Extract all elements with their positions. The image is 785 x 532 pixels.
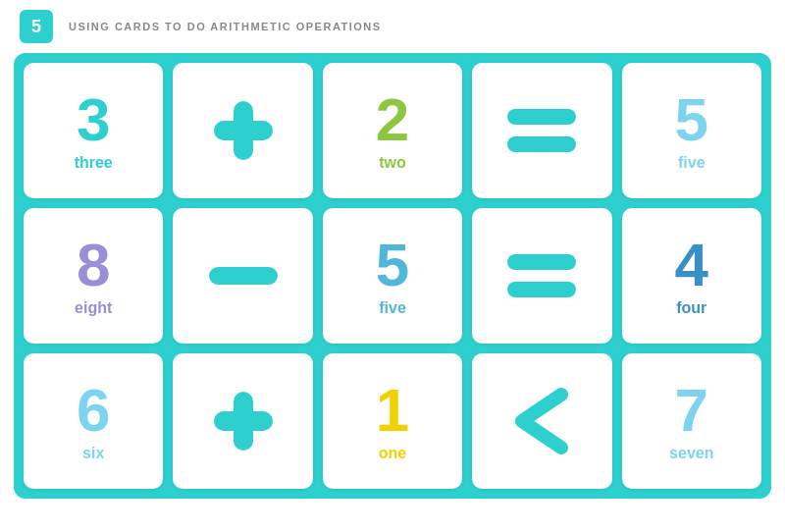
- equals-symbol: [507, 109, 576, 152]
- card-0-2: 2two: [323, 63, 462, 198]
- plus-symbol: [214, 392, 273, 451]
- card-label: one: [379, 445, 406, 462]
- card-number: 2: [376, 89, 409, 150]
- card-1-4: 4four: [622, 208, 761, 344]
- card-1-0: 8eight: [24, 208, 163, 344]
- card-1-2: 5five: [323, 208, 462, 344]
- card-label: eight: [75, 299, 112, 317]
- card-0-4: 5five: [622, 63, 761, 198]
- card-number: 8: [77, 235, 110, 295]
- card-number: 3: [77, 89, 110, 150]
- card-label: five: [379, 299, 406, 317]
- card-0-3: [472, 63, 611, 198]
- card-grid: 3three2two5five8eight5five4four6six1one7…: [24, 63, 761, 489]
- card-label: six: [82, 445, 104, 462]
- card-label: five: [678, 154, 706, 172]
- card-2-0: 6six: [24, 353, 163, 489]
- card-number: 5: [675, 89, 708, 150]
- card-1-1: [173, 208, 312, 344]
- card-0-0: 3three: [24, 63, 163, 198]
- card-number: 7: [675, 380, 708, 441]
- card-2-2: 1one: [323, 353, 462, 489]
- card-2-1: [173, 353, 312, 489]
- header-badge: 5: [20, 10, 53, 43]
- header: 5 USING CARDS TO DO ARITHMETIC OPERATION…: [0, 0, 785, 53]
- card-number: 4: [675, 235, 708, 295]
- card-0-1: [173, 63, 312, 198]
- card-label: seven: [669, 445, 713, 462]
- card-label: three: [75, 154, 113, 172]
- card-label: four: [676, 299, 706, 317]
- card-number: 1: [376, 380, 409, 441]
- card-number: 5: [376, 235, 409, 295]
- card-label: two: [379, 154, 406, 172]
- card-2-3: [472, 353, 611, 489]
- header-title: USING CARDS TO DO ARITHMETIC OPERATIONS: [69, 21, 382, 32]
- less-than-symbol: [507, 387, 576, 455]
- card-1-3: [472, 208, 611, 344]
- equals-symbol: [507, 254, 576, 297]
- plus-symbol: [214, 101, 273, 160]
- minus-symbol: [209, 267, 278, 285]
- card-number: 6: [77, 380, 110, 441]
- main-container: 3three2two5five8eight5five4four6six1one7…: [14, 53, 771, 499]
- card-2-4: 7seven: [622, 353, 761, 489]
